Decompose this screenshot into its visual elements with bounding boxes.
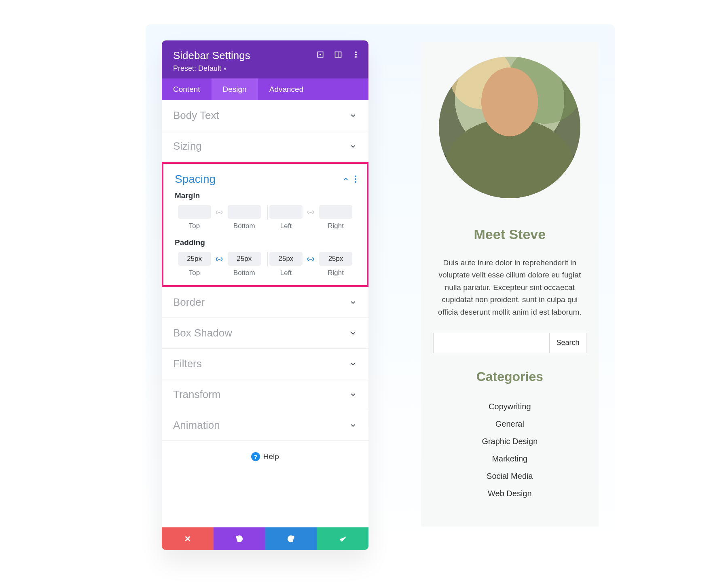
section-title: Sizing xyxy=(173,140,202,152)
margin-right-input[interactable] xyxy=(319,205,352,219)
search-input[interactable] xyxy=(433,333,549,353)
sidebar-settings-panel: Sidebar Settings Preset: Default ▼ Conte… xyxy=(162,40,368,550)
more-icon[interactable] xyxy=(351,50,360,59)
side-label-bottom: Bottom xyxy=(233,269,255,277)
margin-left-input[interactable] xyxy=(269,205,303,219)
padding-top-input[interactable] xyxy=(178,252,211,266)
categories-heading: Categories xyxy=(433,369,586,384)
category-item[interactable]: Copywriting xyxy=(433,398,586,415)
section-more-icon[interactable] xyxy=(355,176,357,183)
chevron-down-icon xyxy=(349,298,357,307)
section-title: Body Text xyxy=(173,109,219,122)
chevron-down-icon xyxy=(349,112,357,120)
link-icon[interactable] xyxy=(305,207,316,218)
preset-dropdown[interactable]: Preset: Default ▼ xyxy=(173,64,227,73)
category-item[interactable]: Web Design xyxy=(433,485,586,502)
padding-label: Padding xyxy=(175,238,356,247)
side-label-right: Right xyxy=(328,222,344,230)
side-label-top: Top xyxy=(189,222,200,230)
section-title: Border xyxy=(173,296,205,309)
margin-label: Margin xyxy=(175,191,356,200)
svg-point-5 xyxy=(355,54,356,55)
section-border[interactable]: Border xyxy=(162,287,368,318)
side-label-top: Top xyxy=(189,269,200,277)
chevron-down-icon xyxy=(349,142,357,150)
side-label-right: Right xyxy=(328,269,344,277)
section-title: Spacing xyxy=(175,173,216,186)
margin-group: Margin Top Bottom xyxy=(163,191,367,238)
panel-footer xyxy=(162,527,368,550)
link-active-icon[interactable] xyxy=(214,254,224,264)
panel-tabs: Content Design Advanced xyxy=(162,78,368,100)
caret-down-icon: ▼ xyxy=(223,66,227,71)
chevron-down-icon xyxy=(349,391,357,399)
margin-bottom-input[interactable] xyxy=(228,205,261,219)
chevron-down-icon xyxy=(349,360,357,368)
help-label: Help xyxy=(263,452,279,461)
link-icon[interactable] xyxy=(214,207,224,218)
preview-sidebar: Meet Steve Duis aute irure dolor in repr… xyxy=(421,42,599,527)
search-button[interactable]: Search xyxy=(549,333,586,353)
section-title: Animation xyxy=(173,419,220,432)
section-title: Filters xyxy=(173,358,202,370)
section-title: Box Shadow xyxy=(173,327,232,339)
chevron-down-icon xyxy=(349,421,357,430)
help-link[interactable]: ? Help xyxy=(162,441,368,475)
section-sizing[interactable]: Sizing xyxy=(162,131,368,162)
section-spacing-highlight: Spacing Margin Top xyxy=(162,162,368,287)
side-label-bottom: Bottom xyxy=(233,222,255,230)
save-button[interactable] xyxy=(317,527,368,550)
padding-left-input[interactable] xyxy=(269,252,303,266)
tab-advanced[interactable]: Advanced xyxy=(258,78,315,100)
categories-list: Copywriting General Graphic Design Marke… xyxy=(433,398,586,502)
section-box-shadow[interactable]: Box Shadow xyxy=(162,318,368,349)
svg-point-4 xyxy=(355,52,356,53)
redo-button[interactable] xyxy=(265,527,317,550)
padding-group: Padding Top Bottom xyxy=(163,238,367,285)
svg-point-1 xyxy=(320,54,321,55)
category-item[interactable]: Marketing xyxy=(433,450,586,468)
preview-heading: Meet Steve xyxy=(433,226,586,242)
panel-header: Sidebar Settings Preset: Default ▼ xyxy=(162,40,368,78)
avatar xyxy=(439,57,580,198)
link-active-icon[interactable] xyxy=(305,254,316,264)
padding-bottom-input[interactable] xyxy=(228,252,261,266)
category-item[interactable]: General xyxy=(433,415,586,433)
svg-point-6 xyxy=(355,56,356,57)
panel-body: Body Text Sizing Spacing Margin xyxy=(162,100,368,527)
preview-body: Duis aute irure dolor in reprehenderit i… xyxy=(433,257,586,318)
category-item[interactable]: Graphic Design xyxy=(433,433,586,450)
tab-design[interactable]: Design xyxy=(212,78,258,100)
undo-button[interactable] xyxy=(214,527,265,550)
chevron-down-icon xyxy=(349,329,357,337)
side-label-left: Left xyxy=(280,222,292,230)
section-spacing[interactable]: Spacing xyxy=(163,164,367,191)
tab-content[interactable]: Content xyxy=(162,78,212,100)
category-item[interactable]: Social Media xyxy=(433,468,586,485)
expand-icon[interactable] xyxy=(316,50,325,59)
padding-right-input[interactable] xyxy=(319,252,352,266)
section-body-text[interactable]: Body Text xyxy=(162,100,368,131)
section-title: Transform xyxy=(173,388,221,401)
columns-icon[interactable] xyxy=(334,50,343,59)
help-icon: ? xyxy=(251,452,260,461)
close-button[interactable] xyxy=(162,527,214,550)
section-filters[interactable]: Filters xyxy=(162,349,368,379)
section-animation[interactable]: Animation xyxy=(162,410,368,441)
margin-top-input[interactable] xyxy=(178,205,211,219)
preset-label: Preset: Default xyxy=(173,64,221,73)
chevron-up-icon xyxy=(342,175,350,183)
section-transform[interactable]: Transform xyxy=(162,379,368,410)
side-label-left: Left xyxy=(280,269,292,277)
